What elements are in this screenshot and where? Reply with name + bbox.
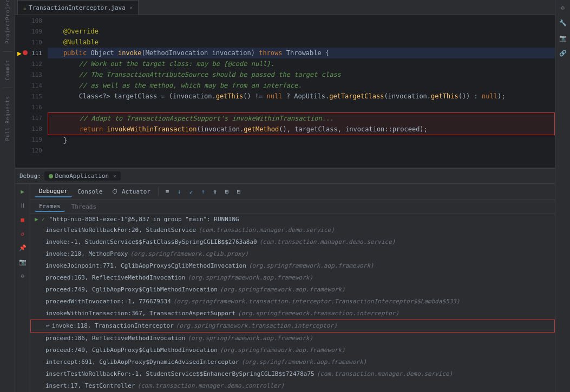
debug-panel: Debug: DemoApplication ✕ ▶ ⏸ ■ ↺ 📌 📷 ⚙ — [15, 168, 555, 392]
frame-7-class: TransactionAspectSupport — [149, 309, 235, 318]
frame-1-package: (com.transaction.manager.demo.service) — [259, 237, 396, 247]
frame-11[interactable]: intercept:691, CglibAopProxy$DynamicAdvi… — [30, 356, 555, 368]
editor-tab-java[interactable]: ☕ TransactionInterceptor.java ✕ — [17, 0, 139, 15]
frame-7-package: (org.springframework.transaction.interce… — [238, 309, 399, 318]
editor-tab-filename: TransactionInterceptor.java — [29, 4, 126, 11]
right-icon-4[interactable]: 🔗 — [558, 48, 568, 58]
frame-7[interactable]: invokeWithinTransaction:367, Transaction… — [30, 308, 555, 320]
frame-5[interactable]: proceed:749, CglibAopProxy$CglibMethodIn… — [30, 284, 555, 296]
frame-6-package: (org.springframework.transaction.interce… — [173, 297, 460, 307]
editor-tab-bar: ☕ TransactionInterceptor.java ✕ — [15, 0, 555, 15]
right-icon-2[interactable]: 🔧 — [558, 17, 568, 28]
frame-13[interactable]: insert:17, TestController (com.transacti… — [30, 380, 555, 392]
frame-8-selected[interactable]: ↩ invoke:118, TransactionInterceptor (or… — [30, 320, 555, 333]
code-line-120 — [48, 146, 555, 157]
frame-4-package: (org.springframework.aop.framework) — [187, 273, 313, 283]
sidebar-divider-1 — [3, 51, 12, 52]
debug-title-bar: Debug: DemoApplication ✕ — [15, 169, 555, 184]
sidebar-pullreq-text[interactable]: Pull Requests — [5, 94, 10, 143]
sidebar-divider-2 — [3, 88, 12, 88]
resume-icon[interactable]: ▶ — [17, 186, 28, 197]
frame-1-method: invoke:-1, — [45, 237, 81, 247]
frame-5-method: proceed:749, — [45, 285, 88, 295]
frame-3-method: invokeJoinpoint:771, — [45, 261, 117, 271]
main-area: ☕ TransactionInterceptor.java ✕ 108 109 … — [15, 0, 555, 392]
camera-icon[interactable]: 📷 — [17, 256, 28, 267]
thread-name: "http-nio-8081-exec-1"@5,837 in group "m… — [49, 216, 239, 223]
sub-tab-threads[interactable]: Threads — [67, 202, 101, 211]
toolbar-btn-frames[interactable]: ⊞ — [221, 187, 232, 197]
gutter-112: 112 — [15, 58, 48, 69]
code-line-116 — [48, 102, 555, 112]
thread-entry[interactable]: ▶ ✓ "http-nio-8081-exec-1"@5,837 in grou… — [30, 214, 555, 224]
settings-icon[interactable]: ⚙ — [17, 270, 28, 281]
code-line-118: return invokeWithinTransaction(invocatio… — [48, 124, 554, 135]
toolbar-btn-step-out[interactable]: ↑ — [198, 187, 208, 197]
frame-9-package: (org.springframework.aop.framework) — [187, 334, 313, 343]
gutter-110: 110 — [15, 37, 48, 48]
debug-tab-actuator[interactable]: ⏱ Actuator — [108, 187, 155, 197]
debug-tab-debugger[interactable]: Debugger — [35, 186, 72, 197]
toolbar-btn-step-into[interactable]: ↙ — [186, 187, 196, 197]
code-line-113: // The TransactionAttributeSource should… — [48, 69, 555, 80]
pin-icon[interactable]: 📌 — [17, 242, 28, 253]
sidebar-project-label: Project — [5, 0, 10, 19]
code-highlight-block: // Adapt to TransactionAspectSupport's i… — [48, 112, 555, 135]
gutter-116: 116 — [15, 102, 48, 112]
code-lines: @Override @Nullable public Object invoke… — [48, 15, 555, 168]
sidebar-project-icon[interactable]: Project — [2, 2, 13, 13]
frame-11-package: (org.springframework.aop.framework) — [241, 357, 367, 367]
frame-10[interactable]: proceed:749, CglibAopProxy$CglibMethodIn… — [30, 344, 555, 356]
debug-main: Debugger Console ⏱ Actuator ≡ ↓ ↙ ↑ ⇈ ⊞ … — [30, 184, 555, 392]
debug-session-tab[interactable]: DemoApplication ✕ — [44, 171, 121, 181]
frame-3-package: (org.springframework.aop.framework) — [248, 261, 374, 271]
frame-8-method: invoke:118, — [52, 321, 91, 331]
code-line-109: @Override — [48, 26, 555, 37]
frame-11-method: intercept:691, — [45, 357, 96, 367]
toolbar-btn-threads-view[interactable]: ⊟ — [233, 187, 244, 197]
code-editor: 108 109 110 ▶ 111 112 113 114 115 116 11… — [15, 15, 555, 168]
toolbar-btn-run-cursor[interactable]: ⇈ — [209, 187, 220, 197]
gutter-113: 113 — [15, 69, 48, 80]
frames-list[interactable]: ▶ ✓ "http-nio-8081-exec-1"@5,837 in grou… — [30, 214, 555, 392]
gutter-115: 115 — [15, 91, 48, 102]
right-icon-3[interactable]: 📷 — [558, 32, 568, 43]
gutter-120: 120 — [15, 145, 48, 156]
frame-13-package: (com.transaction.manager.demo.controller… — [137, 381, 285, 391]
frame-2-class: MethodProxy — [88, 249, 128, 259]
rerun-icon[interactable]: ↺ — [17, 228, 28, 239]
debug-session-close[interactable]: ✕ — [113, 173, 116, 179]
sub-tab-frames[interactable]: Frames — [35, 202, 65, 212]
frame-6[interactable]: proceedWithInvocation:-1, 776679534 (org… — [30, 296, 555, 308]
frame-9[interactable]: proceed:186, ReflectiveMethodInvocation … — [30, 333, 555, 344]
sidebar-commit-text[interactable]: Commit — [5, 57, 10, 83]
frame-0-package: (com.transaction.manager.demo.service) — [198, 225, 335, 235]
code-line-114: // as well as the method, which may be f… — [48, 80, 555, 91]
debug-left-toolbar: ▶ ⏸ ■ ↺ 📌 📷 ⚙ — [15, 184, 30, 392]
stop-icon[interactable]: ■ — [17, 214, 28, 225]
left-sidebar: Project Project Commit Pull Requests — [0, 0, 15, 392]
right-sidebar: ⚙ 🔧 📷 🔗 — [555, 0, 570, 392]
frame-1-class: StudentService$$FastClassBySpringCGLIB$$… — [85, 237, 257, 247]
gutter-111: ▶ 111 — [15, 48, 48, 58]
gutter-119: 119 — [15, 134, 48, 145]
pause-icon[interactable]: ⏸ — [17, 200, 28, 211]
debug-sub-tabs: Frames Threads — [30, 200, 555, 214]
java-file-icon: ☕ — [23, 5, 27, 11]
frame-0[interactable]: insertTestNoRollbackFor:20, StudentServi… — [30, 224, 555, 236]
frame-3[interactable]: invokeJoinpoint:771, CglibAopProxy$Cglib… — [30, 260, 555, 272]
debug-tab-console[interactable]: Console — [73, 187, 107, 197]
editor-gutter: 108 109 110 ▶ 111 112 113 114 115 116 11… — [15, 15, 48, 168]
toolbar-btn-list[interactable]: ≡ — [162, 187, 173, 197]
frame-12-method: insertTestNoRollbackFor:-1, — [45, 369, 142, 379]
editor-tab-close[interactable]: ✕ — [130, 5, 133, 10]
code-line-111: public Object invoke(MethodInvocation in… — [48, 48, 555, 58]
frame-4[interactable]: proceed:163, ReflectiveMethodInvocation … — [30, 272, 555, 284]
frame-2[interactable]: invoke:218, MethodProxy (org.springframe… — [30, 248, 555, 260]
debug-content: ▶ ⏸ ■ ↺ 📌 📷 ⚙ Debugger Console ⏱ Actuato… — [15, 184, 555, 392]
frame-1[interactable]: invoke:-1, StudentService$$FastClassBySp… — [30, 236, 555, 248]
frame-12[interactable]: insertTestNoRollbackFor:-1, StudentServi… — [30, 368, 555, 380]
toolbar-btn-step-over[interactable]: ↓ — [174, 187, 185, 197]
sidebar-project-text[interactable]: Project — [5, 17, 10, 46]
right-icon-1[interactable]: ⚙ — [558, 2, 568, 13]
